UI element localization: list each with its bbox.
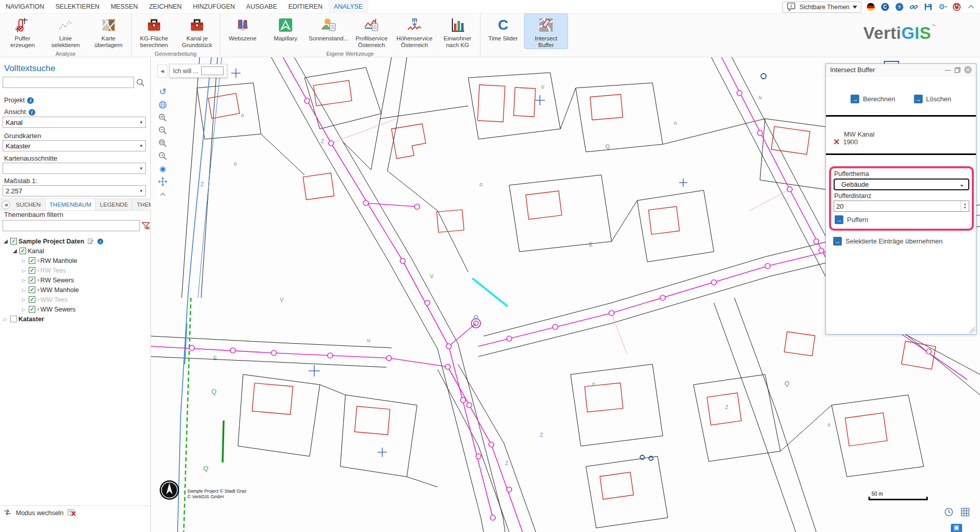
expander-open-icon[interactable] <box>2 239 9 243</box>
c-badge-icon[interactable]: C <box>880 2 890 12</box>
tree-item-ww-tees[interactable]: ▷✓∨WW Tees <box>2 295 149 304</box>
ansicht-select[interactable]: Kanal▼ <box>3 117 146 128</box>
tree-item-rw-tees[interactable]: ▷✓∨RW Tees <box>2 265 149 275</box>
tool-puffer-erzeugen[interactable]: Puffererzeugen <box>1 14 44 49</box>
search-icon[interactable] <box>136 78 145 88</box>
save-icon[interactable] <box>923 2 933 12</box>
expander-closed-icon[interactable]: ▷ <box>2 317 9 322</box>
full-extent-icon[interactable] <box>157 175 169 187</box>
globe-icon[interactable] <box>157 99 169 110</box>
themetree-filter-input[interactable] <box>3 220 140 231</box>
time-icon[interactable] <box>943 506 954 518</box>
berechnen-button[interactable]: → Berechnen <box>851 95 895 103</box>
tree-item-kanal[interactable]: ✓Kanal <box>2 246 149 256</box>
loeschen-button[interactable]: → Löschen <box>914 95 951 103</box>
tool-kanal-je-grundstück[interactable]: Kanal jeGrundstück <box>176 14 219 49</box>
expander-closed-icon[interactable]: ▷ <box>20 307 27 312</box>
layer-options-caret-icon[interactable]: ∨ <box>37 307 40 312</box>
tab-themenbaum[interactable]: THEMENBAUM <box>46 198 96 211</box>
tool-einwohner-nach-kg[interactable]: Einwohnernach KG <box>436 14 479 49</box>
tool-sonnenstand-[interactable]: Sonnenstand... <box>307 14 350 42</box>
collapse-toolbar-icon[interactable] <box>157 188 169 200</box>
tool-höhenservice-österreich[interactable]: mHöhenserviceÖsterreich <box>393 14 436 49</box>
layer-checkbox[interactable]: ✓ <box>29 257 35 264</box>
menu-tab-ausgabe[interactable]: AUSGABE <box>241 0 282 14</box>
gear-icon[interactable]: ⚙ <box>938 2 947 12</box>
expander-closed-icon[interactable]: ▷ <box>20 278 27 283</box>
info-icon[interactable]: i <box>27 97 34 104</box>
minimize-icon[interactable]: — <box>945 66 951 74</box>
layer-checkbox[interactable]: ✓ <box>29 286 35 293</box>
tab-scroll-left-icon[interactable]: ◀ <box>2 201 10 209</box>
resize-grip[interactable] <box>969 327 975 333</box>
north-arrow[interactable] <box>159 480 180 502</box>
layer-checkbox[interactable]: ✓ <box>29 306 35 313</box>
expander-closed-icon[interactable]: ▷ <box>20 297 27 302</box>
menu-tab-editieren[interactable]: EDITIEREN <box>282 0 328 14</box>
expander-open-icon[interactable] <box>11 249 18 253</box>
panel-title-bar[interactable]: Intersect Buffer — ✕ <box>826 64 976 76</box>
fulltext-search-input[interactable] <box>3 77 134 88</box>
tab-suchen[interactable]: SUCHEN <box>12 198 46 211</box>
info-icon[interactable]: i <box>29 109 35 116</box>
selected-sewer-segment[interactable] <box>472 278 508 306</box>
edit-icon[interactable] <box>87 238 94 245</box>
layer-options-caret-icon[interactable]: ∨ <box>37 297 40 302</box>
layer-checkbox[interactable]: ✓ <box>29 277 35 283</box>
layer-checkbox[interactable]: ✓ <box>10 238 17 245</box>
tab-legende[interactable]: LEGENDE <box>96 198 133 211</box>
tool-webszene[interactable]: Webszene <box>221 14 264 42</box>
stepper-icon[interactable]: ▲▼ <box>961 201 969 211</box>
restore-icon[interactable] <box>954 67 961 73</box>
massstab-combo[interactable]: 2.257▼ <box>3 185 146 196</box>
refresh-icon[interactable]: ↺ <box>157 86 169 98</box>
switch-mode-icon[interactable] <box>3 508 12 518</box>
layer-checkbox[interactable] <box>10 316 17 322</box>
zoom-previous-icon[interactable] <box>157 150 169 162</box>
tree-item-ww-sewers[interactable]: ▷✓∨WW Sewers <box>2 304 149 314</box>
session-indicator-icon[interactable]: ▣ <box>951 524 962 532</box>
zoom-window-icon[interactable] <box>157 137 169 149</box>
menu-tab-selektieren[interactable]: SELEKTIEREN <box>50 0 105 14</box>
collapse-left-panel-button[interactable]: ◀ <box>157 64 167 78</box>
remove-entry-icon[interactable]: ✕ <box>833 139 840 146</box>
ich-will-widget[interactable]: Ich will ... <box>169 64 227 78</box>
layer-checkbox[interactable]: ✓ <box>29 296 35 303</box>
help-icon[interactable]: ? <box>895 2 904 12</box>
grundkarten-select[interactable]: Kataster▼ <box>3 140 146 151</box>
menu-tab-hinzufügen[interactable]: HINZUFÜGEN <box>187 0 241 14</box>
link-icon[interactable] <box>909 2 919 12</box>
pufferthema-select[interactable]: Gebäude ⌄ <box>834 179 969 190</box>
expander-closed-icon[interactable]: ▷ <box>20 268 27 273</box>
tool-intersect-buffer[interactable]: IntersectBuffer <box>525 14 568 49</box>
tool-karte-überlagern[interactable]: Karteüberlagern <box>87 14 130 49</box>
menu-tab-messen[interactable]: MESSEN <box>105 0 143 14</box>
layer-options-caret-icon[interactable]: ∨ <box>37 268 40 273</box>
filter-funnel-icon[interactable] <box>142 221 150 231</box>
tab-them[interactable]: THEM <box>133 198 151 211</box>
close-icon[interactable]: ✕ <box>964 66 972 74</box>
apply-selected-entries-button[interactable]: → Selektierte Einträge übernehmen <box>833 237 943 246</box>
grid-overview-icon[interactable] <box>960 506 971 518</box>
tool-kg-fläche-berechnen[interactable]: KG-Flächeberechnen <box>133 14 176 49</box>
zoom-in-icon[interactable] <box>157 112 169 123</box>
zoom-out-icon[interactable] <box>157 124 169 136</box>
expander-closed-icon[interactable]: ▷ <box>20 258 27 263</box>
tool-linie-selektieren[interactable]: Linieselektieren <box>44 14 87 49</box>
menu-tab-analyse[interactable]: ANALYSE <box>328 0 368 14</box>
expander-closed-icon[interactable]: ▷ <box>20 287 27 293</box>
tree-item-rw-sewers[interactable]: ▷✓∨RW Sewers <box>2 275 149 285</box>
layer-options-caret-icon[interactable]: ∨ <box>37 287 40 292</box>
tool-time-slider[interactable]: CTime Slider <box>482 14 525 42</box>
layer-checkbox[interactable]: ✓ <box>19 248 26 254</box>
german-flag-icon[interactable] <box>866 2 876 12</box>
layer-options-caret-icon[interactable]: ∨ <box>37 278 40 282</box>
puffern-button[interactable]: → Puffern <box>835 215 972 224</box>
menu-tab-zeichnen[interactable]: ZEICHNEN <box>143 0 187 14</box>
layer-options-caret-icon[interactable]: ∨ <box>37 258 40 263</box>
info-icon[interactable]: i <box>97 238 104 245</box>
map-disable-icon[interactable] <box>68 508 76 518</box>
collapse-ribbon-icon[interactable] <box>966 2 976 12</box>
tree-item-sample-project-daten[interactable]: ✓Sample Project Dateni <box>2 236 149 246</box>
center-position-icon[interactable]: ◉ <box>157 163 169 174</box>
